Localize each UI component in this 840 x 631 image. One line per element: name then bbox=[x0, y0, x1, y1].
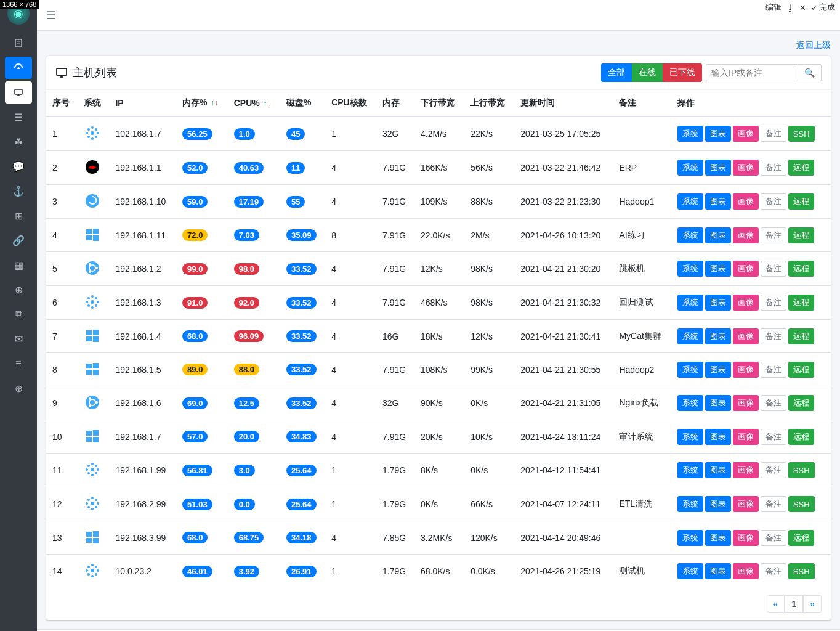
search-button[interactable]: 🔍 bbox=[798, 64, 822, 81]
action-system-button[interactable]: 系统 bbox=[677, 295, 703, 311]
action-note-button[interactable]: 备注 bbox=[761, 395, 786, 411]
action-chart-button[interactable]: 图表 bbox=[705, 328, 731, 344]
nav-item-mail[interactable]: ✉ bbox=[5, 328, 32, 350]
back-link[interactable]: 返回上级 bbox=[796, 40, 831, 50]
nav-item-list[interactable]: ☰ bbox=[5, 106, 32, 128]
action-system-button[interactable]: 系统 bbox=[677, 530, 703, 546]
action-remote-button[interactable]: 远程 bbox=[788, 362, 814, 378]
filter-offline-button[interactable]: 已下线 bbox=[663, 63, 702, 82]
nav-item-leaf[interactable]: ☘ bbox=[5, 131, 32, 153]
action-remote-button[interactable]: 远程 bbox=[788, 395, 814, 411]
action-remote-button[interactable]: 远程 bbox=[788, 429, 814, 445]
action-chart-button[interactable]: 图表 bbox=[705, 160, 731, 176]
action-chart-button[interactable]: 图表 bbox=[705, 362, 731, 378]
nav-item-link[interactable]: 🔗 bbox=[5, 229, 32, 251]
action-chart-button[interactable]: 图表 bbox=[705, 462, 731, 478]
action-image-button[interactable]: 画像 bbox=[733, 530, 759, 546]
action-chart-button[interactable]: 图表 bbox=[705, 193, 731, 210]
col-mem[interactable]: 内存% ↑↓ bbox=[176, 90, 228, 116]
action-remote-button[interactable]: 远程 bbox=[788, 261, 814, 277]
nav-item-docker[interactable]: ⚓ bbox=[5, 180, 32, 202]
nav-item-hosts[interactable] bbox=[5, 81, 32, 104]
action-note-button[interactable]: 备注 bbox=[761, 530, 786, 546]
nav-item-bars[interactable]: ≡ bbox=[5, 352, 32, 375]
action-note-button[interactable]: 备注 bbox=[761, 227, 786, 243]
edit-button[interactable]: 编辑 bbox=[765, 2, 781, 13]
action-chart-button[interactable]: 图表 bbox=[705, 261, 731, 277]
close-icon[interactable]: ✕ bbox=[799, 3, 806, 12]
action-note-button[interactable]: 备注 bbox=[761, 160, 786, 176]
action-chart-button[interactable]: 图表 bbox=[705, 429, 731, 445]
download-icon[interactable]: ⭳ bbox=[786, 3, 794, 12]
nav-item-chat[interactable]: 💬 bbox=[5, 155, 32, 177]
col-cpu[interactable]: CPU% ↑↓ bbox=[228, 90, 280, 116]
filter-all-button[interactable]: 全部 bbox=[601, 63, 632, 82]
action-image-button[interactable]: 画像 bbox=[733, 126, 759, 142]
action-chart-button[interactable]: 图表 bbox=[705, 395, 731, 411]
action-note-button[interactable]: 备注 bbox=[761, 126, 786, 142]
action-system-button[interactable]: 系统 bbox=[677, 261, 703, 277]
nav-item-doc[interactable] bbox=[5, 32, 32, 54]
nav-item-add[interactable]: ⊕ bbox=[5, 279, 32, 301]
filter-online-button[interactable]: 在线 bbox=[632, 63, 663, 82]
action-remote-button[interactable]: 远程 bbox=[788, 295, 814, 311]
action-image-button[interactable]: 画像 bbox=[733, 160, 759, 176]
nav-item-dashboard[interactable] bbox=[5, 57, 32, 79]
action-system-button[interactable]: 系统 bbox=[677, 193, 703, 210]
action-remote-button[interactable]: SSH bbox=[788, 462, 815, 478]
action-image-button[interactable]: 画像 bbox=[733, 496, 759, 512]
hamburger-icon[interactable]: ☰ bbox=[46, 9, 56, 22]
page-next[interactable]: » bbox=[803, 595, 822, 613]
action-chart-button[interactable]: 图表 bbox=[705, 126, 731, 142]
action-image-button[interactable]: 画像 bbox=[733, 328, 759, 344]
action-image-button[interactable]: 画像 bbox=[733, 261, 759, 277]
action-remote-button[interactable]: 远程 bbox=[788, 193, 814, 210]
action-image-button[interactable]: 画像 bbox=[733, 462, 759, 478]
action-note-button[interactable]: 备注 bbox=[761, 496, 786, 512]
action-remote-button[interactable]: 远程 bbox=[788, 160, 814, 176]
search-input[interactable] bbox=[706, 64, 798, 81]
action-note-button[interactable]: 备注 bbox=[761, 261, 786, 277]
action-system-button[interactable]: 系统 bbox=[677, 160, 703, 176]
action-image-button[interactable]: 画像 bbox=[733, 362, 759, 378]
action-chart-button[interactable]: 图表 bbox=[705, 295, 731, 311]
action-system-button[interactable]: 系统 bbox=[677, 126, 703, 142]
action-image-button[interactable]: 画像 bbox=[733, 563, 759, 579]
action-system-button[interactable]: 系统 bbox=[677, 362, 703, 378]
action-remote-button[interactable]: SSH bbox=[788, 563, 815, 579]
action-remote-button[interactable]: 远程 bbox=[788, 530, 814, 546]
action-system-button[interactable]: 系统 bbox=[677, 563, 703, 579]
action-system-button[interactable]: 系统 bbox=[677, 429, 703, 445]
action-system-button[interactable]: 系统 bbox=[677, 395, 703, 411]
action-image-button[interactable]: 画像 bbox=[733, 227, 759, 243]
action-remote-button[interactable]: SSH bbox=[788, 126, 815, 142]
action-remote-button[interactable]: 远程 bbox=[788, 328, 814, 344]
action-chart-button[interactable]: 图表 bbox=[705, 227, 731, 243]
action-image-button[interactable]: 画像 bbox=[733, 395, 759, 411]
page-1[interactable]: 1 bbox=[785, 595, 803, 613]
nav-item-grid[interactable]: ▦ bbox=[5, 254, 32, 276]
action-image-button[interactable]: 画像 bbox=[733, 429, 759, 445]
action-image-button[interactable]: 画像 bbox=[733, 295, 759, 311]
action-system-button[interactable]: 系统 bbox=[677, 227, 703, 243]
action-note-button[interactable]: 备注 bbox=[761, 462, 786, 478]
action-system-button[interactable]: 系统 bbox=[677, 496, 703, 512]
action-note-button[interactable]: 备注 bbox=[761, 328, 786, 344]
nav-item-zoom[interactable]: ⊕ bbox=[5, 377, 32, 399]
action-remote-button[interactable]: 远程 bbox=[788, 227, 814, 243]
action-image-button[interactable]: 画像 bbox=[733, 193, 759, 210]
action-system-button[interactable]: 系统 bbox=[677, 328, 703, 344]
action-note-button[interactable]: 备注 bbox=[761, 295, 786, 311]
action-remote-button[interactable]: SSH bbox=[788, 496, 815, 512]
action-note-button[interactable]: 备注 bbox=[761, 563, 786, 579]
nav-item-table[interactable]: ⊞ bbox=[5, 205, 32, 227]
action-chart-button[interactable]: 图表 bbox=[705, 563, 731, 579]
nav-item-copy[interactable]: ⧉ bbox=[5, 303, 32, 325]
action-note-button[interactable]: 备注 bbox=[761, 429, 786, 445]
action-chart-button[interactable]: 图表 bbox=[705, 496, 731, 512]
action-note-button[interactable]: 备注 bbox=[761, 193, 786, 210]
page-prev[interactable]: « bbox=[767, 595, 785, 613]
action-system-button[interactable]: 系统 bbox=[677, 462, 703, 478]
done-button[interactable]: ✓ 完成 bbox=[811, 2, 835, 13]
action-note-button[interactable]: 备注 bbox=[761, 362, 786, 378]
